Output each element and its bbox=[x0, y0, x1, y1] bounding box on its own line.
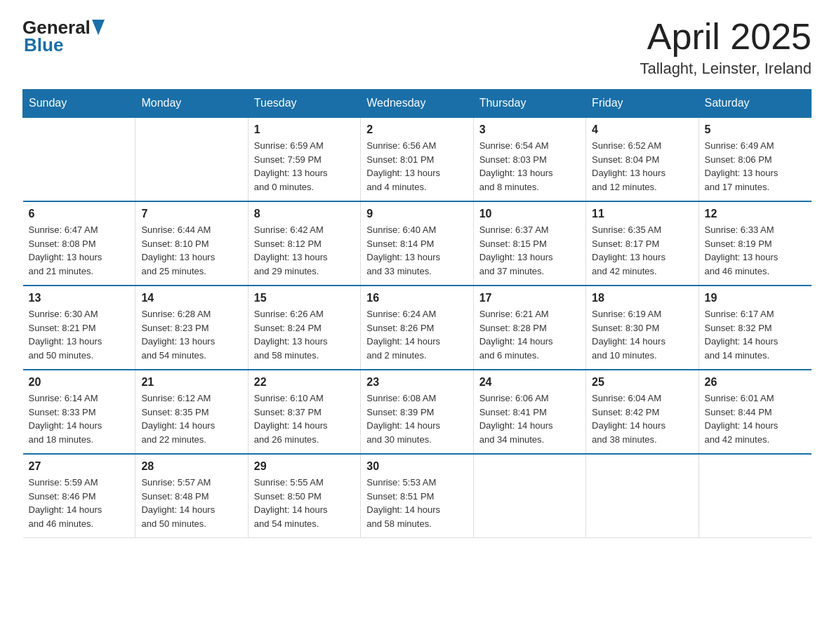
logo-arrow-icon bbox=[92, 20, 105, 36]
day-info: Sunrise: 6:06 AMSunset: 8:41 PMDaylight:… bbox=[479, 391, 580, 446]
day-info: Sunrise: 6:30 AMSunset: 8:21 PMDaylight:… bbox=[29, 307, 130, 362]
day-info: Sunrise: 6:19 AMSunset: 8:30 PMDaylight:… bbox=[592, 307, 692, 362]
day-number: 24 bbox=[479, 376, 580, 389]
day-info: Sunrise: 6:08 AMSunset: 8:39 PMDaylight:… bbox=[366, 391, 467, 446]
day-number: 22 bbox=[254, 376, 355, 389]
calendar-cell: 7Sunrise: 6:44 AMSunset: 8:10 PMDaylight… bbox=[135, 201, 248, 286]
calendar-cell: 1Sunrise: 6:59 AMSunset: 7:59 PMDaylight… bbox=[248, 117, 360, 201]
calendar-cell: 21Sunrise: 6:12 AMSunset: 8:35 PMDayligh… bbox=[135, 370, 248, 454]
day-info: Sunrise: 6:10 AMSunset: 8:37 PMDaylight:… bbox=[254, 391, 355, 446]
day-number: 16 bbox=[366, 292, 467, 304]
calendar-table: SundayMondayTuesdayWednesdayThursdayFrid… bbox=[22, 89, 812, 538]
weekday-header-friday: Friday bbox=[586, 90, 699, 118]
week-row-1: 6Sunrise: 6:47 AMSunset: 8:08 PMDaylight… bbox=[23, 201, 812, 286]
calendar-cell: 9Sunrise: 6:40 AMSunset: 8:14 PMDaylight… bbox=[361, 201, 473, 286]
day-info: Sunrise: 6:59 AMSunset: 7:59 PMDaylight:… bbox=[254, 139, 355, 194]
calendar-cell: 29Sunrise: 5:55 AMSunset: 8:50 PMDayligh… bbox=[248, 454, 360, 538]
day-number: 15 bbox=[254, 292, 355, 304]
week-row-4: 27Sunrise: 5:59 AMSunset: 8:46 PMDayligh… bbox=[23, 454, 812, 538]
location-title: Tallaght, Leinster, Ireland bbox=[640, 60, 812, 78]
week-row-0: 1Sunrise: 6:59 AMSunset: 7:59 PMDaylight… bbox=[23, 117, 812, 201]
calendar-cell: 5Sunrise: 6:49 AMSunset: 8:06 PMDaylight… bbox=[699, 117, 811, 201]
day-number: 30 bbox=[366, 460, 467, 473]
day-info: Sunrise: 5:57 AMSunset: 8:48 PMDaylight:… bbox=[141, 476, 241, 530]
day-info: Sunrise: 6:24 AMSunset: 8:26 PMDaylight:… bbox=[366, 307, 467, 362]
day-info: Sunrise: 6:35 AMSunset: 8:17 PMDaylight:… bbox=[592, 223, 692, 278]
calendar-cell: 8Sunrise: 6:42 AMSunset: 8:12 PMDaylight… bbox=[248, 201, 360, 286]
calendar-cell bbox=[135, 117, 248, 201]
day-number: 18 bbox=[592, 292, 692, 304]
calendar-header: SundayMondayTuesdayWednesdayThursdayFrid… bbox=[23, 90, 812, 118]
day-number: 26 bbox=[705, 376, 806, 389]
day-info: Sunrise: 6:40 AMSunset: 8:14 PMDaylight:… bbox=[366, 223, 467, 278]
day-number: 28 bbox=[141, 460, 241, 473]
day-info: Sunrise: 6:12 AMSunset: 8:35 PMDaylight:… bbox=[141, 391, 241, 446]
day-info: Sunrise: 6:42 AMSunset: 8:12 PMDaylight:… bbox=[254, 223, 355, 278]
day-info: Sunrise: 6:01 AMSunset: 8:44 PMDaylight:… bbox=[705, 391, 806, 446]
calendar-cell: 24Sunrise: 6:06 AMSunset: 8:41 PMDayligh… bbox=[473, 370, 585, 454]
calendar-cell bbox=[23, 117, 135, 201]
day-info: Sunrise: 6:14 AMSunset: 8:33 PMDaylight:… bbox=[29, 391, 130, 446]
day-info: Sunrise: 6:28 AMSunset: 8:23 PMDaylight:… bbox=[141, 307, 241, 362]
day-number: 11 bbox=[592, 208, 692, 220]
calendar-cell: 3Sunrise: 6:54 AMSunset: 8:03 PMDaylight… bbox=[473, 117, 585, 201]
day-info: Sunrise: 6:26 AMSunset: 8:24 PMDaylight:… bbox=[254, 307, 355, 362]
day-info: Sunrise: 5:53 AMSunset: 8:51 PMDaylight:… bbox=[366, 476, 467, 530]
logo-area: General Blue bbox=[22, 17, 105, 56]
calendar-cell: 17Sunrise: 6:21 AMSunset: 8:28 PMDayligh… bbox=[473, 286, 585, 370]
calendar-body: 1Sunrise: 6:59 AMSunset: 7:59 PMDaylight… bbox=[23, 117, 812, 538]
day-info: Sunrise: 6:17 AMSunset: 8:32 PMDaylight:… bbox=[705, 307, 806, 362]
day-number: 14 bbox=[141, 292, 241, 304]
calendar-cell: 26Sunrise: 6:01 AMSunset: 8:44 PMDayligh… bbox=[699, 370, 811, 454]
day-info: Sunrise: 6:21 AMSunset: 8:28 PMDaylight:… bbox=[479, 307, 580, 362]
day-number: 12 bbox=[705, 208, 806, 220]
calendar-cell bbox=[473, 454, 585, 538]
day-number: 4 bbox=[592, 123, 692, 136]
day-number: 23 bbox=[366, 376, 467, 389]
weekday-header-sunday: Sunday bbox=[23, 90, 135, 118]
day-info: Sunrise: 6:33 AMSunset: 8:19 PMDaylight:… bbox=[705, 223, 806, 278]
week-row-2: 13Sunrise: 6:30 AMSunset: 8:21 PMDayligh… bbox=[23, 286, 812, 370]
day-info: Sunrise: 5:59 AMSunset: 8:46 PMDaylight:… bbox=[29, 476, 130, 530]
calendar-cell: 2Sunrise: 6:56 AMSunset: 8:01 PMDaylight… bbox=[361, 117, 473, 201]
day-info: Sunrise: 6:47 AMSunset: 8:08 PMDaylight:… bbox=[29, 223, 130, 278]
calendar-cell: 16Sunrise: 6:24 AMSunset: 8:26 PMDayligh… bbox=[361, 286, 473, 370]
weekday-header-row: SundayMondayTuesdayWednesdayThursdayFrid… bbox=[23, 90, 812, 118]
day-info: Sunrise: 6:54 AMSunset: 8:03 PMDaylight:… bbox=[479, 139, 580, 194]
day-number: 17 bbox=[479, 292, 580, 304]
weekday-header-tuesday: Tuesday bbox=[248, 90, 360, 118]
day-number: 27 bbox=[29, 460, 130, 473]
title-area: April 2025 Tallaght, Leinster, Ireland bbox=[640, 17, 812, 78]
day-info: Sunrise: 6:56 AMSunset: 8:01 PMDaylight:… bbox=[366, 139, 467, 194]
day-info: Sunrise: 6:49 AMSunset: 8:06 PMDaylight:… bbox=[705, 139, 806, 194]
calendar-cell: 25Sunrise: 6:04 AMSunset: 8:42 PMDayligh… bbox=[586, 370, 699, 454]
calendar-cell: 19Sunrise: 6:17 AMSunset: 8:32 PMDayligh… bbox=[699, 286, 811, 370]
day-number: 25 bbox=[592, 376, 692, 389]
calendar-cell bbox=[699, 454, 811, 538]
week-row-3: 20Sunrise: 6:14 AMSunset: 8:33 PMDayligh… bbox=[23, 370, 812, 454]
calendar-cell: 30Sunrise: 5:53 AMSunset: 8:51 PMDayligh… bbox=[361, 454, 473, 538]
weekday-header-monday: Monday bbox=[135, 90, 248, 118]
day-info: Sunrise: 6:04 AMSunset: 8:42 PMDaylight:… bbox=[592, 391, 692, 446]
day-number: 29 bbox=[254, 460, 355, 473]
day-number: 3 bbox=[479, 123, 580, 136]
day-number: 6 bbox=[29, 208, 130, 220]
day-number: 5 bbox=[705, 123, 806, 136]
day-info: Sunrise: 6:44 AMSunset: 8:10 PMDaylight:… bbox=[141, 223, 241, 278]
calendar-cell bbox=[586, 454, 699, 538]
calendar-cell: 11Sunrise: 6:35 AMSunset: 8:17 PMDayligh… bbox=[586, 201, 699, 286]
day-number: 19 bbox=[705, 292, 806, 304]
weekday-header-thursday: Thursday bbox=[473, 90, 585, 118]
calendar-cell: 20Sunrise: 6:14 AMSunset: 8:33 PMDayligh… bbox=[23, 370, 135, 454]
calendar-cell: 10Sunrise: 6:37 AMSunset: 8:15 PMDayligh… bbox=[473, 201, 585, 286]
calendar-cell: 23Sunrise: 6:08 AMSunset: 8:39 PMDayligh… bbox=[361, 370, 473, 454]
day-number: 21 bbox=[141, 376, 241, 389]
calendar-cell: 22Sunrise: 6:10 AMSunset: 8:37 PMDayligh… bbox=[248, 370, 360, 454]
calendar-cell: 13Sunrise: 6:30 AMSunset: 8:21 PMDayligh… bbox=[23, 286, 135, 370]
day-number: 13 bbox=[29, 292, 130, 304]
month-title: April 2025 bbox=[640, 17, 812, 57]
calendar-cell: 14Sunrise: 6:28 AMSunset: 8:23 PMDayligh… bbox=[135, 286, 248, 370]
day-number: 10 bbox=[479, 208, 580, 220]
page-header: General Blue April 2025 Tallaght, Leinst… bbox=[22, 17, 812, 78]
day-info: Sunrise: 6:37 AMSunset: 8:15 PMDaylight:… bbox=[479, 223, 580, 278]
